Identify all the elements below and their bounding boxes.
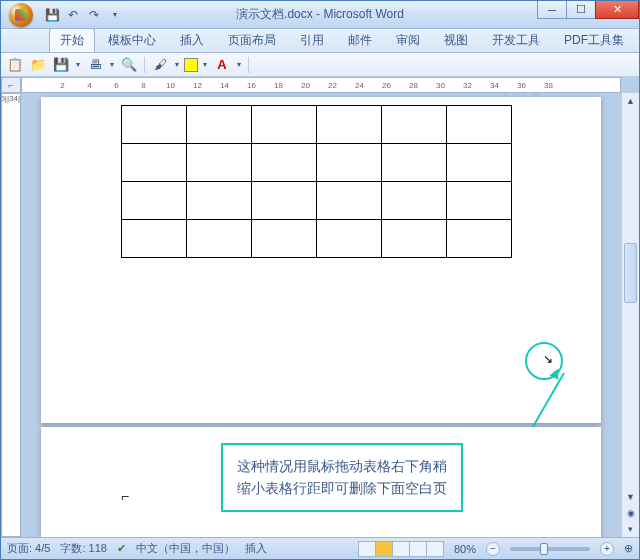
save-icon[interactable]: 💾: [51, 55, 71, 75]
dropdown-icon[interactable]: ▾: [74, 55, 82, 75]
dropdown-icon[interactable]: ▾: [173, 55, 181, 75]
office-button[interactable]: [1, 1, 41, 29]
next-page-icon[interactable]: ▾: [622, 521, 639, 537]
separator: [144, 57, 145, 73]
ribbon-tab[interactable]: 视图: [433, 28, 479, 52]
separator: [248, 57, 249, 73]
zoom-out-button[interactable]: −: [486, 542, 500, 556]
ruler-corner-button[interactable]: ⌐: [1, 77, 21, 93]
paste-icon[interactable]: 📋: [5, 55, 25, 75]
qat-dropdown-icon[interactable]: ▾: [106, 6, 124, 24]
zoom-slider[interactable]: [510, 547, 590, 551]
prev-page-icon[interactable]: ◉: [622, 505, 639, 521]
scroll-up-icon[interactable]: ▲: [622, 93, 639, 109]
ribbon-tab[interactable]: PDF工具集: [553, 28, 635, 52]
resize-cursor-icon: ↘: [543, 352, 553, 366]
titlebar: 💾 ↶ ↷ ▾ 演示文档.docx - Microsoft Word ─ ☐ ✕: [1, 1, 639, 29]
office-orb-icon: [9, 3, 33, 27]
text-cursor-icon: ⌐: [121, 488, 129, 504]
dropdown-icon[interactable]: ▾: [108, 55, 116, 75]
horizontal-ruler[interactable]: 2468101214161820222426283032343638: [21, 77, 621, 93]
dropdown-icon[interactable]: ▾: [201, 55, 209, 75]
preview-icon[interactable]: 🔍: [119, 55, 139, 75]
status-insert-mode[interactable]: 插入: [245, 541, 267, 556]
scrollbar-thumb[interactable]: [624, 243, 637, 303]
view-fullscreen-button[interactable]: [375, 541, 393, 557]
view-draft-button[interactable]: [426, 541, 444, 557]
status-page[interactable]: 页面: 4/5: [7, 541, 50, 556]
font-color-icon[interactable]: A: [212, 55, 232, 75]
document-workspace: ⌐ 2468101214161820222426283032343638 |34…: [1, 77, 639, 537]
ribbon-tabs: 开始模板中心插入页面布局引用邮件审阅视图开发工具PDF工具集: [1, 29, 639, 53]
quick-access-toolbar: 💾 ↶ ↷ ▾: [43, 6, 124, 24]
document-page: ↘: [41, 97, 601, 423]
zoom-in-button[interactable]: +: [600, 542, 614, 556]
maximize-button[interactable]: ☐: [566, 1, 596, 19]
ribbon-tab[interactable]: 页面布局: [217, 28, 287, 52]
annotation-tip-box: 这种情况用鼠标拖动表格右下角稍 缩小表格行距即可删除下面空白页: [221, 443, 463, 512]
document-table[interactable]: [121, 105, 512, 258]
print-icon[interactable]: 🖶: [85, 55, 105, 75]
ribbon-tab[interactable]: 引用: [289, 28, 335, 52]
brush-icon[interactable]: 🖌: [150, 55, 170, 75]
status-words[interactable]: 字数: 118: [60, 541, 106, 556]
dropdown-icon[interactable]: ▾: [235, 55, 243, 75]
statusbar: 页面: 4/5 字数: 118 ✔ 中文（中国，中国） 插入 80% − + ⊕: [1, 537, 639, 559]
proofing-icon[interactable]: ✔: [117, 542, 126, 555]
close-button[interactable]: ✕: [595, 1, 639, 19]
view-outline-button[interactable]: [409, 541, 427, 557]
toolbar: 📋 📁 💾 ▾ 🖶 ▾ 🔍 🖌 ▾ ▾ A ▾: [1, 53, 639, 77]
scroll-down-icon[interactable]: ▼: [622, 489, 639, 505]
view-print-layout-button[interactable]: [358, 541, 376, 557]
ribbon-tab[interactable]: 开发工具: [481, 28, 551, 52]
undo-icon[interactable]: ↶: [64, 6, 82, 24]
highlight-color-swatch[interactable]: [184, 58, 198, 72]
zoom-percent[interactable]: 80%: [454, 543, 476, 555]
app-window: 💾 ↶ ↷ ▾ 演示文档.docx - Microsoft Word ─ ☐ ✕…: [0, 0, 640, 560]
tip-line: 缩小表格行距即可删除下面空白页: [237, 477, 447, 499]
ribbon-tab[interactable]: 插入: [169, 28, 215, 52]
zoom-slider-thumb[interactable]: [540, 543, 548, 555]
view-web-button[interactable]: [392, 541, 410, 557]
save-icon[interactable]: 💾: [43, 6, 61, 24]
window-controls: ─ ☐ ✕: [538, 1, 639, 19]
ribbon-tab[interactable]: 模板中心: [97, 28, 167, 52]
minimize-button[interactable]: ─: [537, 1, 567, 19]
view-buttons: [359, 541, 444, 557]
ribbon-tab[interactable]: 审阅: [385, 28, 431, 52]
folder-icon[interactable]: 📁: [28, 55, 48, 75]
tip-line: 这种情况用鼠标拖动表格右下角稍: [237, 455, 447, 477]
ribbon-tab[interactable]: 开始: [49, 28, 95, 52]
vertical-scrollbar[interactable]: ▲ ▼ ◉ ▾: [621, 93, 639, 537]
vertical-ruler[interactable]: |34||36||38||40||42||44||46||48|: [1, 93, 21, 537]
document-area[interactable]: 系统部落 xitongbuluo.com 系统部落 xitongbuluo.co…: [21, 93, 621, 537]
status-language[interactable]: 中文（中国，中国）: [136, 541, 235, 556]
redo-icon[interactable]: ↷: [85, 6, 103, 24]
ribbon-tab[interactable]: 邮件: [337, 28, 383, 52]
zoom-fit-icon[interactable]: ⊕: [624, 542, 633, 555]
